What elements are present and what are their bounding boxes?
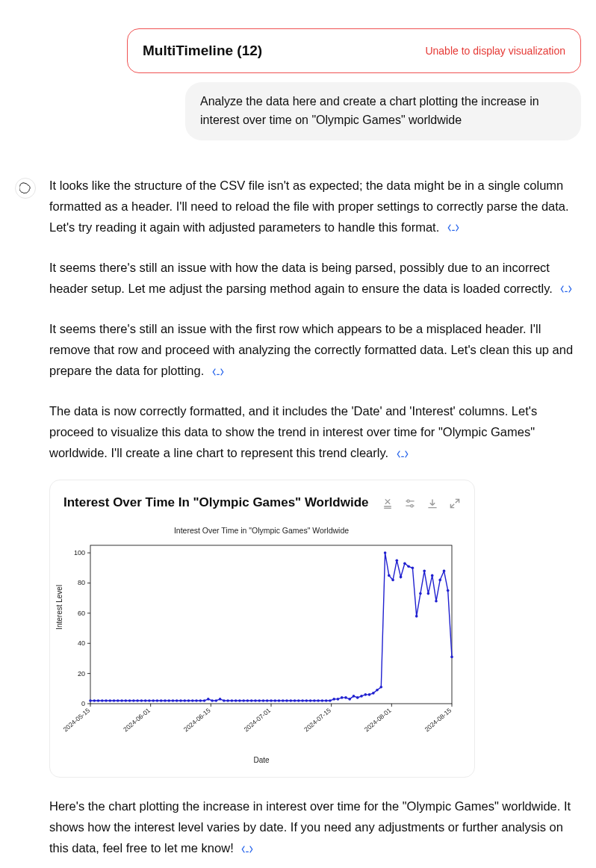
svg-point-115	[427, 592, 430, 595]
y-axis-label: Interest Level	[53, 585, 66, 630]
svg-text:2024-06-15: 2024-06-15	[182, 707, 212, 734]
svg-point-42	[140, 699, 143, 702]
svg-point-80	[290, 699, 293, 702]
svg-point-111	[412, 566, 415, 569]
svg-point-108	[400, 575, 403, 578]
svg-point-92	[337, 698, 340, 701]
svg-point-87	[317, 699, 320, 702]
svg-point-103	[380, 686, 383, 689]
svg-text:2024-05-15: 2024-05-15	[63, 707, 91, 734]
svg-point-89	[325, 699, 328, 702]
svg-text:2024-07-15: 2024-07-15	[302, 707, 332, 734]
code-reference-link[interactable]	[212, 367, 224, 377]
code-reference-link[interactable]	[447, 223, 459, 233]
svg-point-44	[148, 699, 151, 702]
svg-point-63	[223, 699, 226, 702]
svg-point-91	[332, 698, 335, 701]
svg-point-107	[396, 559, 399, 562]
code-reference-link[interactable]	[241, 844, 253, 855]
svg-point-113	[419, 592, 422, 595]
svg-text:2024-08-01: 2024-08-01	[363, 707, 393, 734]
svg-point-83	[301, 699, 304, 702]
svg-point-109	[403, 562, 406, 565]
svg-point-61	[215, 699, 218, 702]
chart-card-title: Interest Over Time In "Olympic Games" Wo…	[63, 492, 369, 514]
svg-point-117	[435, 600, 438, 603]
svg-point-43	[144, 699, 147, 702]
settings-icon[interactable]	[404, 497, 416, 509]
svg-point-47	[160, 699, 163, 702]
svg-point-95	[348, 698, 351, 701]
svg-point-105	[388, 574, 391, 577]
svg-point-45	[152, 699, 155, 702]
svg-point-37	[120, 699, 123, 702]
chart-inner-title: Interest Over Time in "Olympic Games" Wo…	[63, 524, 459, 538]
svg-point-86	[313, 699, 316, 702]
svg-point-118	[438, 578, 441, 581]
attachment-title: MultiTimeline (12)	[143, 43, 262, 59]
svg-point-96	[353, 695, 356, 698]
svg-point-76	[274, 699, 277, 702]
svg-point-90	[329, 699, 332, 702]
svg-point-0	[407, 500, 409, 502]
svg-point-97	[356, 696, 359, 699]
svg-point-67	[238, 699, 241, 702]
svg-point-33	[105, 699, 108, 702]
assistant-paragraph: The data is now correctly formatted, and…	[49, 404, 537, 459]
svg-point-106	[391, 578, 394, 581]
user-message: Analyze the data here and create a chart…	[185, 82, 581, 140]
svg-point-70	[250, 699, 253, 702]
svg-point-77	[278, 699, 281, 702]
svg-text:2024-08-15: 2024-08-15	[423, 707, 453, 734]
svg-text:2024-07-01: 2024-07-01	[243, 707, 273, 734]
svg-point-71	[254, 699, 257, 702]
color-swap-icon[interactable]	[382, 497, 394, 509]
svg-point-50	[172, 699, 175, 702]
svg-point-36	[117, 699, 119, 702]
file-attachment-card[interactable]: MultiTimeline (12) Unable to display vis…	[127, 28, 581, 73]
svg-point-93	[341, 696, 344, 699]
line-chart: 0204060801002024-05-152024-06-012024-06-…	[63, 541, 459, 743]
svg-point-32	[101, 699, 104, 702]
download-icon[interactable]	[426, 497, 438, 509]
svg-point-30	[93, 699, 96, 702]
svg-point-99	[364, 693, 367, 696]
svg-point-94	[344, 696, 347, 699]
svg-point-1	[411, 504, 413, 506]
svg-point-39	[128, 699, 131, 702]
svg-point-101	[372, 692, 375, 695]
svg-text:100: 100	[74, 549, 85, 557]
svg-point-79	[285, 699, 288, 702]
svg-point-35	[113, 699, 116, 702]
svg-point-100	[368, 693, 371, 696]
assistant-avatar	[15, 178, 36, 199]
svg-point-121	[450, 655, 453, 658]
svg-text:60: 60	[78, 610, 85, 617]
code-reference-link[interactable]	[560, 284, 572, 294]
svg-point-110	[407, 565, 410, 568]
svg-point-66	[235, 699, 238, 702]
svg-point-72	[258, 699, 261, 702]
svg-point-88	[321, 699, 324, 702]
svg-text:80: 80	[78, 579, 85, 586]
user-message-text: Analyze the data here and create a chart…	[200, 95, 539, 126]
svg-point-112	[415, 615, 418, 618]
svg-text:0: 0	[81, 700, 85, 707]
code-reference-link[interactable]	[397, 449, 409, 459]
chart-card: Interest Over Time In "Olympic Games" Wo…	[49, 480, 475, 778]
svg-point-38	[125, 699, 128, 702]
svg-point-73	[262, 699, 265, 702]
svg-point-54	[187, 699, 190, 702]
svg-point-68	[242, 699, 245, 702]
svg-point-74	[266, 699, 269, 702]
x-axis-label: Date	[253, 754, 269, 766]
svg-point-60	[211, 699, 214, 702]
chart-toolbar	[382, 497, 461, 509]
svg-point-84	[305, 699, 308, 702]
svg-point-62	[219, 698, 222, 701]
assistant-paragraph: It seems there's still an issue with how…	[49, 261, 553, 295]
svg-point-31	[97, 699, 100, 702]
expand-icon[interactable]	[449, 497, 461, 509]
svg-point-114	[423, 569, 426, 572]
svg-text:40: 40	[78, 639, 85, 647]
